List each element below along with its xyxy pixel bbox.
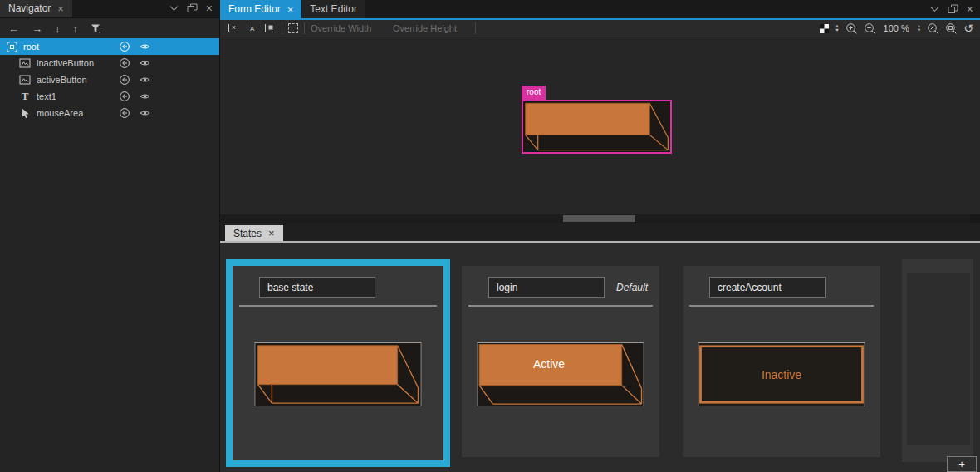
state-preview-login[interactable]: Active bbox=[478, 342, 644, 406]
cursor-item-icon bbox=[18, 108, 32, 119]
plus-icon: + bbox=[958, 458, 965, 470]
tab-form-editor[interactable]: Form Editor × bbox=[220, 0, 301, 18]
move-down-icon[interactable]: ↓ bbox=[55, 23, 61, 34]
zoom-level-stepper[interactable]: ▲▼ bbox=[917, 24, 921, 32]
eye-icon[interactable] bbox=[140, 92, 150, 101]
navigator-tree: root inactiveButton activeButton bbox=[0, 38, 219, 121]
tree-item-label: text1 bbox=[37, 91, 56, 101]
state-cell-divider bbox=[239, 305, 437, 307]
move-up-icon[interactable]: ↑ bbox=[73, 23, 79, 34]
export-icon[interactable] bbox=[119, 74, 130, 86]
zoom-out-icon[interactable] bbox=[864, 22, 876, 35]
close-icon[interactable]: × bbox=[287, 4, 294, 15]
state-thumbnail-empty bbox=[907, 273, 970, 445]
add-state-button[interactable]: + bbox=[947, 456, 977, 472]
state-cell-createaccount[interactable]: Inactive bbox=[683, 266, 880, 457]
navigator-tabbar: Navigator × × bbox=[0, 0, 219, 18]
button-inactive-label: Inactive bbox=[699, 343, 865, 406]
undock-icon[interactable] bbox=[187, 3, 198, 13]
text-item-icon: T bbox=[18, 90, 32, 103]
override-width-input[interactable] bbox=[311, 22, 387, 35]
state-name-input[interactable] bbox=[488, 277, 605, 298]
tab-form-editor-label: Form Editor bbox=[228, 3, 281, 15]
editor-tabbar: Form Editor × Text Editor × bbox=[220, 0, 980, 18]
button-3d-artwork bbox=[523, 101, 670, 152]
zoom-level-value: 100 % bbox=[882, 23, 911, 33]
state-name-input[interactable] bbox=[709, 277, 826, 298]
export-icon[interactable] bbox=[119, 41, 130, 52]
no-snapping-icon[interactable]: × bbox=[227, 22, 239, 34]
eye-icon[interactable] bbox=[140, 76, 150, 84]
form-editor-canvas[interactable]: root bbox=[220, 37, 970, 214]
tab-states-label: States bbox=[233, 228, 262, 239]
state-preview-createaccount[interactable]: Inactive bbox=[698, 342, 865, 406]
close-panel-icon[interactable]: × bbox=[206, 2, 213, 15]
states-list: Default Active bbox=[220, 243, 980, 472]
snap-anchors-icon[interactable]: A bbox=[245, 22, 257, 34]
override-height-input[interactable] bbox=[393, 22, 469, 35]
border-image-item-icon bbox=[18, 58, 32, 68]
button-3d-artwork bbox=[256, 343, 421, 406]
eye-icon[interactable] bbox=[140, 109, 150, 117]
tab-navigator[interactable]: Navigator × bbox=[0, 0, 72, 17]
forward-icon[interactable]: → bbox=[32, 23, 42, 34]
tree-item-activebutton[interactable]: activeButton bbox=[0, 71, 219, 88]
canvas-color-stepper[interactable]: ▲▼ bbox=[835, 24, 839, 32]
border-image-item-icon bbox=[18, 75, 32, 85]
state-preview-base[interactable] bbox=[255, 342, 422, 406]
svg-text:×: × bbox=[232, 23, 236, 32]
back-icon[interactable]: ← bbox=[8, 23, 19, 34]
form-editor-panel: Form Editor × Text Editor × × A bbox=[220, 0, 980, 223]
tree-item-inactivebutton[interactable]: inactiveButton bbox=[0, 55, 219, 71]
canvas-root-item[interactable] bbox=[522, 100, 672, 154]
states-panel: States × bbox=[220, 223, 980, 472]
export-icon[interactable] bbox=[119, 91, 130, 102]
export-icon[interactable] bbox=[119, 57, 130, 69]
tab-text-editor-label: Text Editor bbox=[310, 3, 357, 15]
eye-icon[interactable] bbox=[140, 59, 150, 67]
chevron-down-icon[interactable] bbox=[169, 5, 179, 12]
chevron-down-icon[interactable] bbox=[930, 6, 939, 12]
eye-icon[interactable] bbox=[140, 42, 150, 51]
svg-text:A: A bbox=[250, 25, 255, 32]
horizontal-scroll-handle[interactable] bbox=[563, 215, 635, 222]
close-icon[interactable]: × bbox=[268, 228, 275, 238]
tree-item-label: root bbox=[23, 42, 39, 52]
state-cell-divider bbox=[689, 305, 874, 307]
tree-item-label: inactiveButton bbox=[37, 58, 94, 68]
button-active-label: Active bbox=[478, 343, 620, 385]
state-cell-divider bbox=[468, 305, 653, 307]
zoom-fit-icon[interactable] bbox=[945, 22, 958, 35]
canvas-horizontal-scrollbar[interactable] bbox=[220, 214, 970, 223]
tree-item-label: mouseArea bbox=[37, 108, 83, 118]
form-editor-toolbar: × A ▲▼ 100 % ▲▼ ↺ bbox=[220, 20, 980, 37]
snap-items-icon[interactable] bbox=[263, 22, 276, 34]
close-icon[interactable]: × bbox=[57, 3, 64, 14]
state-cell-partial bbox=[902, 259, 973, 462]
undock-icon[interactable] bbox=[948, 4, 958, 14]
show-bounding-rects-icon[interactable] bbox=[288, 23, 298, 33]
tree-item-label: activeButton bbox=[37, 75, 87, 85]
zoom-selection-icon[interactable] bbox=[927, 22, 939, 35]
navigator-toolbar: ← → ↓ ↑ bbox=[0, 19, 219, 37]
scrollbar-corner bbox=[970, 214, 980, 223]
filter-icon[interactable] bbox=[91, 23, 102, 34]
tab-states[interactable]: States × bbox=[225, 225, 283, 241]
canvas-color-icon[interactable] bbox=[820, 24, 829, 33]
state-cell-login[interactable]: Default Active bbox=[462, 266, 659, 457]
tree-item-mousearea[interactable]: mouseArea bbox=[0, 105, 219, 121]
reset-view-icon[interactable]: ↺ bbox=[963, 22, 973, 34]
tree-item-text1[interactable]: T text1 bbox=[0, 88, 219, 105]
navigator-panel: Navigator × × ← → ↓ ↑ root bbox=[0, 0, 220, 472]
zoom-in-icon[interactable] bbox=[845, 22, 858, 35]
state-name-input[interactable] bbox=[259, 277, 375, 298]
export-icon[interactable] bbox=[119, 107, 130, 119]
tab-navigator-label: Navigator bbox=[8, 2, 51, 14]
selection-label: root bbox=[522, 86, 546, 100]
states-tabbar: States × bbox=[220, 223, 980, 241]
qt-design-studio-window: Navigator × × ← → ↓ ↑ root bbox=[0, 0, 980, 472]
state-cell-base[interactable] bbox=[233, 266, 443, 460]
tab-text-editor[interactable]: Text Editor bbox=[301, 0, 365, 18]
close-panel-icon[interactable]: × bbox=[967, 2, 973, 16]
tree-item-root[interactable]: root bbox=[0, 38, 219, 55]
